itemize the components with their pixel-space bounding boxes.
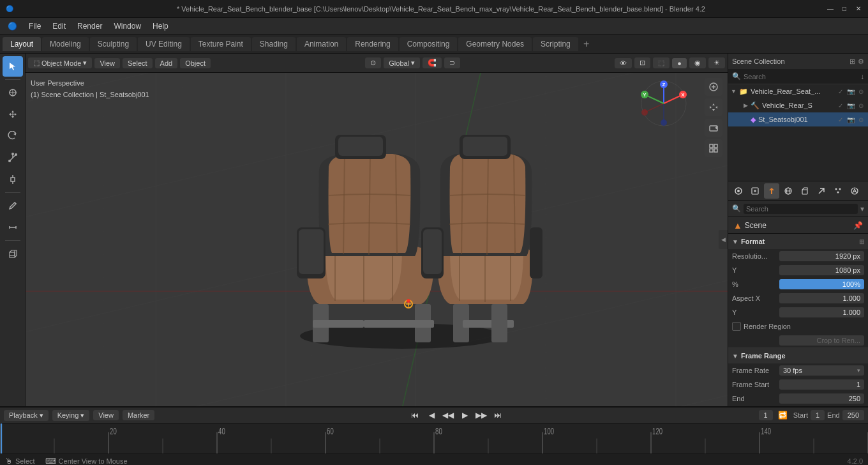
- render-region-checkbox[interactable]: [732, 322, 741, 331]
- minimize-button[interactable]: —: [826, 4, 835, 13]
- prop-icon-particles[interactable]: [830, 183, 846, 199]
- frame-start-value[interactable]: 1: [779, 379, 864, 390]
- vis-1[interactable]: ✓: [836, 102, 845, 109]
- outliner-settings-btn[interactable]: ⚙: [858, 57, 864, 66]
- zoom-in-button[interactable]: [705, 78, 722, 96]
- outliner-filter-btn[interactable]: ⊞: [849, 57, 855, 66]
- end-frame-field[interactable]: 250: [842, 410, 864, 420]
- resolution-pct-value[interactable]: 100%: [779, 279, 864, 289]
- tool-cursor[interactable]: [3, 82, 23, 103]
- outliner-item-2[interactable]: ▶ ◆ St_Seatsobj001 ✓ 📷 ⊙: [728, 112, 868, 126]
- current-frame-field[interactable]: 1: [759, 410, 773, 420]
- tab-rendering[interactable]: Rendering: [347, 37, 398, 51]
- tool-scale[interactable]: [3, 148, 23, 168]
- close-button[interactable]: ✕: [854, 4, 863, 13]
- props-search-input[interactable]: [744, 204, 858, 214]
- frame-range-header[interactable]: ▼ Frame Range: [728, 348, 868, 363]
- outliner-sort-btn[interactable]: ↓: [860, 72, 864, 81]
- start-frame-field[interactable]: 1: [811, 410, 825, 420]
- marker-menu[interactable]: Marker: [123, 410, 154, 420]
- prop-icon-object[interactable]: [797, 183, 812, 199]
- frame-rate-value[interactable]: 30 fps ▾: [779, 365, 864, 376]
- menu-blender[interactable]: 🔵: [3, 20, 22, 32]
- timeline-view-menu[interactable]: View: [93, 410, 119, 420]
- tool-move[interactable]: [3, 104, 23, 125]
- xray-toggle[interactable]: ⊡: [634, 57, 650, 68]
- transform-pivot[interactable]: ⊙: [365, 57, 381, 68]
- add-workspace-button[interactable]: +: [580, 37, 594, 51]
- playback-menu[interactable]: Playback ▾: [4, 410, 49, 421]
- prop-icon-modifier[interactable]: [814, 183, 829, 199]
- render-0[interactable]: 📷: [846, 88, 855, 95]
- snap-toggle[interactable]: 🧲: [423, 57, 442, 68]
- prev-frame-button[interactable]: ◀: [425, 409, 438, 422]
- tool-select[interactable]: [3, 56, 23, 77]
- vis-2[interactable]: ✓: [836, 116, 845, 123]
- tab-layout[interactable]: Layout: [3, 37, 41, 51]
- aspect-x-value[interactable]: 1.000: [779, 293, 864, 303]
- render-2[interactable]: 📷: [846, 116, 855, 123]
- outliner-item-0[interactable]: ▼ 📁 Vehicle_Rear_Seat_... ✓ 📷 ⊙: [728, 84, 868, 98]
- tool-add-cube[interactable]: [3, 243, 23, 264]
- grid-toggle[interactable]: [705, 139, 722, 157]
- navigation-gizmo[interactable]: Z X Y: [638, 78, 689, 129]
- prop-icon-world[interactable]: [781, 183, 796, 199]
- props-pin-button[interactable]: 📌: [853, 221, 863, 230]
- transform-orientation[interactable]: Global ▾: [384, 57, 420, 68]
- shade-solid[interactable]: ●: [672, 58, 687, 68]
- mode-selector[interactable]: ⬚ Object Mode ▾: [28, 57, 92, 68]
- resolution-x-value[interactable]: 1920 px: [779, 251, 864, 261]
- props-filter-btn[interactable]: ▾: [860, 204, 864, 213]
- tool-transform[interactable]: [3, 169, 23, 190]
- prop-icon-render[interactable]: [731, 183, 746, 199]
- render-1[interactable]: 📷: [846, 102, 855, 109]
- menu-file[interactable]: File: [24, 20, 46, 32]
- shade-render[interactable]: ☀: [708, 57, 725, 68]
- proportional-edit[interactable]: ⊃: [444, 57, 460, 68]
- next-frame-button[interactable]: ▶▶: [475, 409, 488, 422]
- frame-end-value[interactable]: 250: [779, 393, 864, 404]
- keying-menu[interactable]: Keying ▾: [52, 410, 90, 421]
- vis-0[interactable]: ✓: [836, 88, 845, 95]
- viewport-overlay[interactable]: 👁: [615, 58, 632, 68]
- format-options-icon[interactable]: ⊞: [859, 238, 864, 245]
- pan-button[interactable]: [705, 98, 722, 116]
- maximize-button[interactable]: □: [840, 4, 849, 13]
- go-to-start-button[interactable]: ⏮: [408, 409, 421, 422]
- camera-button[interactable]: [705, 119, 722, 137]
- select-menu[interactable]: Select: [123, 58, 153, 68]
- prop-icon-physics[interactable]: [847, 183, 862, 199]
- object-menu[interactable]: Object: [180, 58, 211, 68]
- view-menu[interactable]: View: [94, 58, 120, 68]
- format-header[interactable]: ▼ Format ⊞: [728, 234, 868, 249]
- tab-scripting[interactable]: Scripting: [533, 37, 578, 51]
- tab-sculpting[interactable]: Sculpting: [90, 37, 137, 51]
- prop-icon-scene[interactable]: [764, 183, 779, 199]
- crop-value[interactable]: Crop to Ren...: [779, 335, 864, 346]
- loop-toggle[interactable]: 🔁: [777, 409, 789, 422]
- tab-geometry-nodes[interactable]: Geometry Nodes: [458, 37, 532, 51]
- sel-2[interactable]: ⊙: [857, 116, 865, 123]
- menu-help[interactable]: Help: [147, 20, 174, 32]
- play-button[interactable]: ▶: [458, 409, 471, 422]
- tab-animation[interactable]: Animation: [297, 37, 346, 51]
- viewport-canvas[interactable]: User Perspective (1) Scene Collection | …: [26, 73, 728, 406]
- menu-edit[interactable]: Edit: [47, 20, 71, 32]
- aspect-y-value[interactable]: 1.000: [779, 307, 864, 317]
- tab-shading[interactable]: Shading: [252, 37, 296, 51]
- resolution-y-value[interactable]: 1080 px: [779, 265, 864, 275]
- shade-wireframe[interactable]: ⬚: [653, 57, 670, 68]
- tab-compositing[interactable]: Compositing: [400, 37, 458, 51]
- prop-icon-output[interactable]: [747, 183, 763, 199]
- tab-texture-paint[interactable]: Texture Paint: [191, 37, 251, 51]
- tab-modeling[interactable]: Modeling: [42, 37, 89, 51]
- tool-measure[interactable]: [3, 217, 23, 238]
- outliner-search-input[interactable]: [744, 73, 858, 80]
- tool-annotate[interactable]: [3, 195, 23, 216]
- menu-window[interactable]: Window: [108, 20, 146, 32]
- sel-1[interactable]: ⊙: [857, 102, 865, 109]
- outliner-item-1[interactable]: ▶ 🔨 Vehicle_Rear_S ✓ 📷 ⊙: [728, 98, 868, 112]
- add-menu[interactable]: Add: [155, 58, 178, 68]
- tab-uv-editing[interactable]: UV Editing: [138, 37, 190, 51]
- shade-material[interactable]: ◉: [689, 57, 706, 68]
